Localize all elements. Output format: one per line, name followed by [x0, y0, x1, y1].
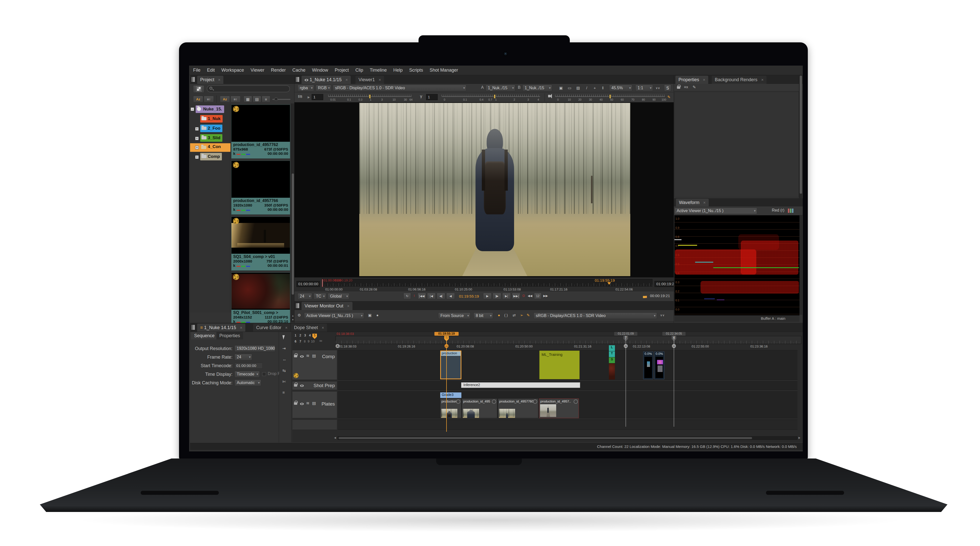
tc-mode-select[interactable]: TC [313, 293, 326, 299]
thumbnail-size-slider[interactable] [272, 99, 290, 100]
timeline-hscrollbar[interactable] [337, 436, 797, 440]
viewer-frame-slider[interactable]: 01:00:00:00 01:00:19:20 01:19:55:19 [322, 279, 652, 287]
gain-toggle-icon[interactable]: ▸ [308, 94, 310, 100]
red-channel-bar[interactable] [788, 209, 789, 213]
skip-back-button[interactable]: ◀◀ [527, 293, 533, 299]
annotate-pen-icon[interactable]: ✎ [666, 94, 672, 100]
pen-icon[interactable]: ✎ [525, 312, 531, 318]
tab-sequence[interactable]: Sequence [191, 332, 218, 339]
thumbnail-view-button[interactable] [193, 85, 204, 93]
sort-order-button[interactable]: ≡↑ [204, 96, 214, 102]
gain-slider[interactable]: 0.010.10.313103064 [328, 93, 412, 102]
active-viewer-select[interactable]: Active Viewer (1_Nu../15 ) [304, 312, 364, 319]
crop-icon[interactable]: ▭ [566, 85, 573, 91]
in-point-button[interactable]: I [412, 293, 417, 299]
menu-item[interactable]: Viewer [251, 68, 264, 73]
colorspace-select[interactable]: sRGB - Display/ACES 1.0 - SDR Video [333, 85, 466, 91]
clip-plate-2[interactable]: production_id_495 [462, 398, 497, 418]
display-mode-select[interactable]: RGB [316, 85, 331, 91]
tab-viewer-monitor-out[interactable]: Viewer Monitor Out × [302, 302, 352, 310]
playhead-badge[interactable]: 01:19:55:19 [434, 332, 458, 336]
menu-item[interactable]: Timeline [370, 68, 387, 73]
gamma-input[interactable]: 1 [426, 94, 438, 100]
pixel-ratio-select[interactable]: 1:1 [635, 85, 653, 91]
select-tool-icon[interactable] [282, 335, 286, 339]
buffer-b-select[interactable]: 1_Nuk../15 [522, 85, 552, 91]
clip-tagged[interactable]: L T S [609, 345, 615, 380]
slider-knob[interactable] [274, 97, 278, 101]
scroll-right-icon[interactable]: ▶ [799, 436, 800, 439]
cursor-icon[interactable]: ➢ [519, 312, 525, 318]
bin-item-1[interactable]: production_id_4957762 875x968673f @50FPS… [231, 105, 290, 159]
out-point-button[interactable]: O [522, 293, 526, 299]
marker-9[interactable]: 9 [308, 339, 309, 343]
tab-curve-editor[interactable]: Curve Editor × [253, 323, 290, 332]
sort-alpha-button[interactable]: Az [193, 96, 203, 102]
bin-item-4[interactable]: SQ_Pilot_S001_comp > 2048x1152111f @24FP… [231, 273, 290, 326]
menu-item[interactable]: File [193, 68, 200, 73]
swap-icon[interactable]: ⇄ [511, 312, 517, 318]
wipe-icon[interactable]: ▨ [575, 85, 581, 91]
view-detail-button[interactable]: ▤ [253, 96, 261, 102]
menu-item[interactable]: Help [393, 68, 402, 73]
tree-item-folder-2[interactable]: 2_Foo [200, 124, 223, 132]
volume-slider[interactable]: 0102030405060708090100 [555, 93, 665, 102]
bin-scrollbar[interactable]: ▲ ▼ [291, 103, 294, 322]
waveform-channel-label[interactable]: Red (r) [763, 208, 784, 213]
tree-item-folder-3[interactable]: 3_Slid [200, 134, 223, 142]
layers-icon[interactable]: ≋ [306, 401, 309, 406]
slide-tool-icon[interactable]: ⇆ [282, 368, 286, 373]
disk-cache-icon[interactable]: ▤ [312, 353, 316, 358]
prev-clip-button[interactable]: |◀ [427, 293, 436, 299]
marker-pin-2[interactable]: 2 [298, 334, 302, 339]
marker-badge-1[interactable]: 01:22:01:09 [614, 332, 637, 336]
collapse-icon[interactable]: − [191, 107, 194, 111]
marker-pin-4[interactable]: 4 [308, 334, 312, 339]
track-header-plates[interactable]: ≋ ▤ Plates [292, 392, 337, 418]
clip-inference[interactable]: Inference2 [461, 382, 580, 388]
close-icon[interactable]: × [703, 78, 705, 82]
close-icon[interactable]: × [240, 326, 242, 330]
view-grid-button[interactable]: ▦ [243, 96, 252, 102]
bin-item-2[interactable]: production_id_4957766 1920x1080350f @50F… [231, 161, 290, 215]
start-timecode-value[interactable]: 01:00:00:00 [234, 363, 263, 369]
close-icon[interactable]: × [379, 78, 381, 82]
expand-icon[interactable]: + [195, 137, 199, 140]
marker-pin-5[interactable]: 5 [312, 334, 317, 339]
tree-item-folder-4-selected[interactable]: + 4_Con [190, 143, 231, 152]
disk-cache-icon[interactable]: ▤ [312, 401, 316, 406]
blue-channel-bar[interactable] [792, 209, 794, 213]
format-icon[interactable]: ▣ [367, 312, 373, 318]
tab-project[interactable]: Project × [197, 76, 223, 84]
marker-pin-7[interactable]: 7 [298, 340, 302, 345]
in-handle[interactable] [322, 279, 323, 287]
tree-item-sequence[interactable]: 1_Nuk [200, 115, 223, 123]
paren-icon[interactable]: ( ) [503, 312, 509, 318]
menu-item[interactable]: Project [335, 68, 349, 73]
scroll-left-icon[interactable]: ◀ [334, 436, 336, 439]
clip-plate-1[interactable]: production [440, 398, 461, 418]
lock-icon[interactable] [677, 86, 680, 89]
bin-sort-alpha-button[interactable]: Az [220, 96, 230, 102]
play-backward-button[interactable]: ◀ [446, 293, 455, 299]
track-header-comp[interactable]: ≋ ▤ Comp [292, 350, 337, 380]
close-icon[interactable]: × [703, 201, 705, 205]
goto-end-button[interactable]: ▶▶| [512, 293, 520, 299]
orange-dot-icon[interactable]: ● [496, 312, 502, 318]
move-tool-icon[interactable]: ⇥ [282, 346, 286, 351]
visibility-icon[interactable] [300, 355, 304, 358]
waveform-viewer-select[interactable]: Active Viewer (1_Nu../15 ) [675, 207, 757, 214]
scrollbar-thumb[interactable] [800, 76, 802, 194]
menu-item[interactable]: Clip [355, 68, 363, 73]
clip-comp-selected[interactable]: production [440, 350, 461, 379]
tree-item-project[interactable]: Nuke_15. [196, 105, 224, 113]
tab-seq-properties[interactable]: Properties [216, 332, 243, 339]
tab-waveform[interactable]: Waveform × [676, 199, 709, 206]
gain-input[interactable]: 1 [312, 94, 323, 100]
sample-line-icon[interactable]: / [584, 85, 590, 91]
slip-tool-icon[interactable]: ↔ [282, 357, 286, 361]
speaker-icon[interactable] [548, 95, 550, 97]
output-icon[interactable]: ● [374, 312, 381, 318]
menu-item[interactable]: Window [312, 68, 328, 73]
pause-icon[interactable]: ‖ [600, 85, 606, 91]
